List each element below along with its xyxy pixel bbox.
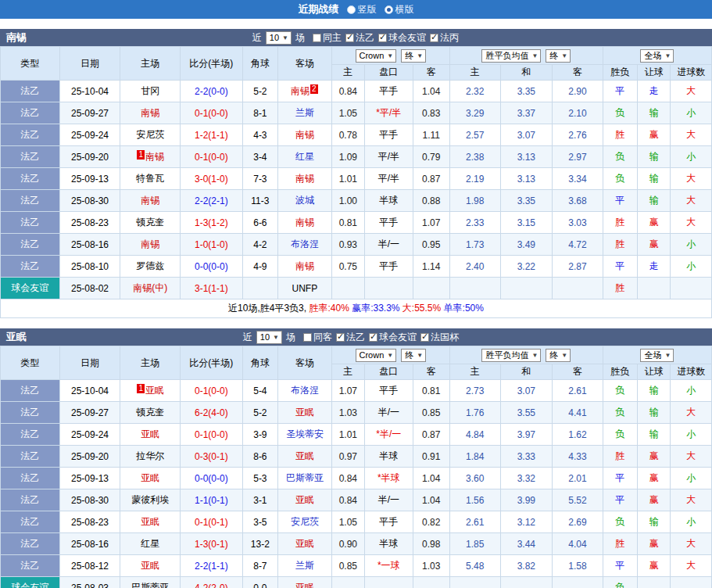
team-name[interactable]: 安尼茨	[136, 129, 164, 140]
fulltime-select[interactable]: 全场▼	[640, 49, 674, 63]
fulltime-select-value: 全场	[644, 350, 661, 361]
handicap-cell: 平/半	[365, 146, 413, 168]
team-name[interactable]: 南锡	[295, 173, 314, 184]
layout-radio-option[interactable]: 竖版	[347, 3, 377, 16]
avg-away-odds-cell	[553, 278, 603, 299]
team-name[interactable]: 南锡	[141, 238, 159, 249]
team-name[interactable]: 南锡	[141, 107, 159, 118]
handicap-result-cell: 赢	[638, 234, 671, 256]
team-name[interactable]: 兰斯	[295, 560, 314, 571]
final-odds-select[interactable]: 终▼	[546, 349, 571, 362]
final-line-select[interactable]: 终▼	[401, 349, 426, 362]
summary-text: 近10场,胜4平3负3, 胜率:40% 赢率:33.3% 大:55.5% 单率:…	[1, 299, 712, 318]
away-odds-cell: 0.91	[413, 446, 449, 468]
goals-result-cell: 小	[671, 234, 712, 256]
match-count-select[interactable]: 10▼	[266, 31, 292, 45]
team-name[interactable]: 红星	[295, 151, 314, 162]
away-team-cell: 亚眠	[278, 402, 332, 424]
subcol-odds-home: 主	[331, 65, 364, 81]
filter-checkbox[interactable]: 球会友谊	[369, 331, 417, 344]
value-text: 负	[615, 173, 624, 184]
match-count-select[interactable]: 10▼	[256, 331, 282, 344]
team-name[interactable]: 甘冈	[141, 85, 159, 96]
team-name[interactable]: 巴斯蒂亚	[131, 582, 169, 588]
team-name[interactable]: 南锡	[295, 129, 314, 140]
home-odds-cell: 0.84	[331, 489, 364, 511]
filter-checkbox[interactable]: 法丙	[430, 31, 459, 45]
team-name[interactable]: 顿克奎	[136, 217, 164, 228]
value-text: 6-2(4-0)	[195, 407, 228, 418]
avg-odds-select[interactable]: 胜平负均值▼	[481, 49, 541, 63]
fulltime-select[interactable]: 全场▼	[640, 349, 674, 362]
bookmaker-select[interactable]: Crown▼	[356, 349, 397, 362]
team-name[interactable]: 蒙彼利埃	[131, 494, 169, 505]
team-name[interactable]: 南锡	[295, 217, 314, 228]
filter-checkbox[interactable]: 法乙	[336, 331, 365, 344]
team-name[interactable]: 亚眠	[295, 538, 314, 549]
home-team-cell: 顿克奎	[120, 212, 181, 234]
handicap-cell	[365, 577, 413, 588]
team-name[interactable]: 顿克奎	[136, 407, 164, 418]
avg-home-odds-cell: 2.57	[449, 124, 500, 146]
team-name[interactable]: 特鲁瓦	[136, 173, 164, 184]
bookmaker-select[interactable]: Crown▼	[356, 49, 397, 63]
corner-cell: 8-7	[242, 555, 277, 577]
avg-home-odds-cell: 3.60	[449, 468, 500, 489]
team-section-header-1: 南锡 近 10▼ 场 同主法乙球会友谊法丙	[0, 29, 712, 46]
avg-draw-odds-cell: 3.13	[500, 146, 553, 168]
avg-draw-odds-cell: 3.35	[500, 81, 553, 102]
team-name[interactable]: 亚眠	[141, 472, 159, 483]
team-name[interactable]: 兰斯	[295, 107, 314, 118]
team-name[interactable]: 亚眠	[145, 385, 164, 396]
team-name[interactable]: 亚眠	[295, 407, 314, 418]
handicap-cell: 平手	[365, 81, 413, 102]
team-name[interactable]: 布洛涅	[291, 238, 319, 249]
avg-away-odds-cell: 4.41	[553, 402, 603, 424]
team-name[interactable]: 亚眠	[141, 516, 159, 527]
score-cell: 1-3(1-2)	[181, 212, 243, 234]
team-name[interactable]: 波城	[295, 195, 314, 206]
filter-checkbox[interactable]: 同客	[303, 331, 332, 344]
team-name[interactable]: 安尼茨	[291, 516, 319, 527]
date-cell: 25-09-24	[59, 424, 120, 446]
final-line-select[interactable]: 终▼	[401, 49, 426, 63]
team-name[interactable]: 拉华尔	[136, 450, 164, 461]
team-name[interactable]: 亚眠	[141, 560, 159, 571]
match-row: 法乙25-09-27顿克奎6-2(4-0)5-2亚眠1.03半/一0.851.7…	[1, 402, 712, 424]
team-name[interactable]: 亚眠	[295, 582, 314, 588]
layout-radio-option[interactable]: 横版	[385, 3, 414, 16]
team-name[interactable]: 亚眠	[295, 450, 314, 461]
team-name[interactable]: 南锡(中)	[133, 282, 167, 293]
team-name[interactable]: 红星	[141, 538, 159, 549]
value-text: 大	[686, 538, 696, 549]
home-team-cell: 1亚眠	[120, 380, 181, 402]
team-name[interactable]: 南锡	[295, 260, 314, 271]
team-name[interactable]: 南锡	[145, 151, 164, 162]
team-name[interactable]: UNFP	[292, 283, 318, 294]
team-name[interactable]: 亚眠	[141, 428, 159, 439]
match-result-cell: 平	[603, 489, 637, 511]
away-odds-cell: 0.98	[413, 533, 449, 555]
team-name[interactable]: 布洛涅	[291, 385, 319, 396]
value-text: 平	[615, 85, 624, 96]
subcol-odds-away: 客	[413, 364, 449, 380]
checkbox-icon	[303, 333, 312, 342]
filter-checkbox[interactable]: 球会友谊	[378, 31, 426, 45]
goals-result-cell: 大	[671, 555, 712, 577]
team-name[interactable]: 南锡	[291, 85, 309, 96]
avg-away-odds-cell: 2.10	[553, 102, 603, 124]
away-team-cell: 南锡	[278, 124, 332, 146]
avg-odds-select[interactable]: 胜平负均值▼	[481, 349, 541, 362]
filter-checkbox[interactable]: 同主	[313, 31, 342, 45]
team-name[interactable]: 亚眠	[295, 494, 314, 505]
avg-home-odds-cell: 1.73	[449, 234, 500, 256]
filter-checkbox[interactable]: 法乙	[345, 31, 374, 45]
final-odds-select[interactable]: 终▼	[546, 49, 571, 63]
team-name[interactable]: 巴斯蒂亚	[286, 472, 324, 483]
team-name[interactable]: 罗德兹	[136, 260, 164, 271]
filter-checkbox[interactable]: 法国杯	[420, 331, 459, 344]
avg-draw-odds-cell: 3.13	[500, 168, 553, 190]
team-name[interactable]: 南锡	[141, 195, 159, 206]
value-text: 负	[615, 107, 624, 118]
team-name[interactable]: 圣埃蒂安	[286, 428, 324, 439]
